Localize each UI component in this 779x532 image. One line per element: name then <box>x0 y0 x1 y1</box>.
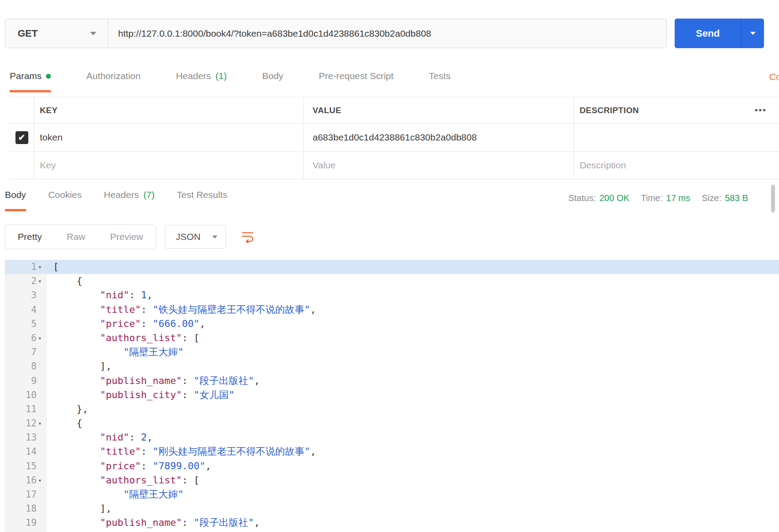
method-select[interactable]: GET <box>5 19 108 48</box>
size-label: Size: <box>702 193 721 203</box>
new-param-description-input[interactable] <box>580 160 779 171</box>
param-enabled-checkbox[interactable]: ✔ <box>15 131 28 144</box>
more-options-button[interactable]: ••• <box>755 105 767 115</box>
preview-button[interactable]: Preview <box>98 225 156 249</box>
code-line-text: "publish_city": "女儿国" <box>47 388 779 402</box>
pretty-button[interactable]: Pretty <box>5 225 54 249</box>
tab-headers[interactable]: Headers (1) <box>176 67 227 92</box>
line-number-gutter: 20 <box>5 530 47 532</box>
line-number: 15 <box>26 459 37 473</box>
line-number-gutter: 17 <box>5 487 47 502</box>
params-table-header: KEY VALUE DESCRIPTION ••• <box>10 97 779 124</box>
tab-params[interactable]: Params <box>10 67 51 92</box>
line-number: 16 <box>26 473 37 487</box>
code-line: 11 }, <box>5 402 779 416</box>
header-checkbox-cell <box>10 97 34 123</box>
param-description-input[interactable] <box>580 132 779 143</box>
line-number-gutter[interactable]: 6▾ <box>5 331 47 345</box>
line-number: 14 <box>26 445 37 459</box>
response-tabs: Body Cookies Headers (7) Test Results St… <box>0 185 779 211</box>
line-number-gutter: 4 <box>5 303 47 317</box>
wrap-lines-icon <box>241 230 254 243</box>
param-value-cell <box>303 124 574 151</box>
scrollbar-thumb[interactable] <box>771 185 775 213</box>
line-number-gutter: 3 <box>5 288 47 302</box>
line-number-gutter: 10 <box>5 388 47 402</box>
fold-arrow-icon[interactable]: ▾ <box>37 473 47 487</box>
raw-button[interactable]: Raw <box>54 225 98 249</box>
line-number: 1 <box>31 260 37 274</box>
checkbox-cell: ✔ <box>10 124 34 151</box>
line-number: 9 <box>31 374 37 388</box>
code-line: 12▾ { <box>5 416 779 430</box>
view-mode-group: Pretty Raw Preview <box>5 224 156 249</box>
new-param-key-input[interactable] <box>40 160 303 171</box>
status-value: 200 OK <box>600 193 630 203</box>
send-button-group: Send <box>675 19 764 48</box>
code-line: 14 "title": "刚头娃与隔壁老王不得不说的故事", <box>5 445 779 459</box>
postman-window: GET Send Params Authorization Headers (1… <box>0 0 779 532</box>
code-line-text: "nid": 1, <box>47 288 779 302</box>
code-line-text: { <box>47 416 779 430</box>
tab-label: Cookies <box>48 190 82 200</box>
fold-arrow-icon[interactable]: ▾ <box>37 331 47 345</box>
line-number-gutter: 5 <box>5 317 47 331</box>
param-description-cell <box>574 124 779 151</box>
line-number-gutter[interactable]: 1▾ <box>5 260 47 274</box>
line-number-gutter: 19 <box>5 516 47 530</box>
line-number-gutter: 8 <box>5 359 47 373</box>
chevron-down-icon <box>90 32 96 35</box>
code-line-text: [ <box>47 260 779 274</box>
tab-label: Params <box>10 71 42 81</box>
line-number: 6 <box>31 331 37 345</box>
code-line: 19 "publish_name": "段子出版社", <box>5 516 779 530</box>
response-meta: Status: 200 OK Time: 17 ms Size: 583 B <box>568 193 779 203</box>
url-input[interactable] <box>108 19 667 48</box>
line-number-gutter: 15 <box>5 459 47 473</box>
send-options-button[interactable] <box>741 19 764 48</box>
tab-authorization[interactable]: Authorization <box>86 67 141 92</box>
format-select[interactable]: JSON <box>165 225 226 249</box>
method-label: GET <box>18 28 38 39</box>
line-number-gutter[interactable]: 2▾ <box>5 274 47 288</box>
code-line-text: "authors_list": [ <box>47 331 779 345</box>
fold-arrow-icon[interactable]: ▾ <box>37 416 47 430</box>
line-number-gutter: 7 <box>5 345 47 359</box>
line-number-gutter: 18 <box>5 502 47 516</box>
code-line: 13 "nid": 2, <box>5 430 779 445</box>
tab-tests[interactable]: Tests <box>429 67 451 92</box>
line-number-gutter: 13 <box>5 430 47 445</box>
tab-response-body[interactable]: Body <box>5 185 26 211</box>
param-value-input[interactable] <box>313 132 574 143</box>
tab-test-results[interactable]: Test Results <box>177 185 227 211</box>
column-header-label: KEY <box>40 106 57 115</box>
code-line-text: "publish_city": "女儿国" <box>47 530 779 532</box>
line-number: 3 <box>31 288 37 302</box>
code-line-text: ], <box>47 502 779 516</box>
fold-arrow-icon[interactable]: ▾ <box>37 274 47 288</box>
code-line-text: "title": "铁头娃与隔壁老王不得不说的故事", <box>47 303 779 317</box>
fold-arrow-icon[interactable]: ▾ <box>37 260 47 274</box>
response-viewer-toolbar: Pretty Raw Preview JSON <box>0 224 779 249</box>
send-button[interactable]: Send <box>675 19 741 48</box>
tab-response-headers[interactable]: Headers (7) <box>104 185 155 211</box>
param-key-input[interactable] <box>40 132 303 143</box>
param-row-token: ✔ <box>10 124 779 152</box>
new-param-value-input[interactable] <box>313 160 574 171</box>
tab-response-cookies[interactable]: Cookies <box>48 185 82 211</box>
line-number-gutter[interactable]: 16▾ <box>5 473 47 487</box>
tab-prerequest-script[interactable]: Pre-request Script <box>319 67 393 92</box>
line-number: 13 <box>26 430 37 445</box>
param-description-cell <box>574 152 779 179</box>
column-header-value: VALUE <box>303 97 574 123</box>
wrap-lines-button[interactable] <box>235 225 260 249</box>
cookies-link[interactable]: Cookies <box>769 72 779 82</box>
param-key-cell <box>34 124 303 151</box>
chevron-down-icon <box>212 236 218 239</box>
line-number-gutter[interactable]: 12▾ <box>5 416 47 430</box>
code-line: 9 "publish_name": "段子出版社", <box>5 374 779 388</box>
format-label: JSON <box>176 232 201 242</box>
tab-body[interactable]: Body <box>262 67 283 92</box>
code-line-text: "隔壁王大婶" <box>47 345 779 359</box>
size-group: Size: 583 B <box>702 193 748 203</box>
